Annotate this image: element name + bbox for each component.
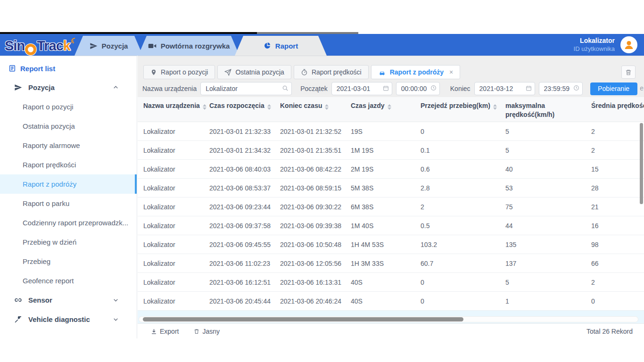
- table-row[interactable]: Lokalizator2021-03-06 11:02:232021-03-06…: [138, 254, 644, 273]
- wrench-icon: [14, 315, 22, 323]
- filter-bar: Nazwa urządzenia Początek: [138, 82, 644, 96]
- app-logo: Sin Trac k: [5, 35, 78, 54]
- chevron-up-icon: [113, 84, 119, 90]
- report-tab-ostatnia-pozycja[interactable]: Ostatnia pozycja: [217, 65, 291, 79]
- page: Sin Trac k Pozycja: [0, 0, 644, 362]
- sidebar-item[interactable]: Przebieg: [0, 252, 137, 271]
- clear-button[interactable]: Jasny: [194, 328, 220, 335]
- start-time-input[interactable]: [396, 82, 440, 95]
- sidebar-item[interactable]: Przebieg w dzień: [0, 232, 137, 252]
- end-date-wrap: [474, 82, 535, 95]
- table-cell: 2021-03-01 21:34:32: [209, 147, 280, 154]
- column-header[interactable]: Przejedź przebieg(km): [421, 97, 505, 122]
- table-cell: Lokalizator: [143, 260, 209, 267]
- column-header[interactable]: Czas rozpoczęcia: [209, 97, 280, 122]
- start-date-input[interactable]: [331, 82, 392, 95]
- logo-text-k: k: [63, 37, 70, 54]
- table-row[interactable]: Lokalizator2021-03-01 21:34:322021-03-01…: [138, 141, 644, 160]
- end-date-input[interactable]: [474, 82, 535, 95]
- table-cell: Lokalizator: [143, 279, 209, 286]
- chevron-down-icon: [113, 297, 119, 303]
- clear-tabs-button[interactable]: [621, 66, 636, 79]
- close-icon[interactable]: ×: [449, 68, 453, 76]
- nav-tab-raport[interactable]: Raport: [235, 36, 327, 56]
- column-label: Czas jazdy: [351, 101, 385, 110]
- start-date-wrap: [331, 82, 392, 95]
- report-tab-raport-predkosci[interactable]: Raport prędkości: [294, 65, 369, 79]
- sort-icon[interactable]: [203, 101, 206, 110]
- device-name-input[interactable]: [200, 82, 292, 95]
- gauge-icon: [301, 69, 308, 76]
- table-cell: 2021-03-06 16:12:51: [209, 279, 280, 286]
- table-row[interactable]: Lokalizator2021-03-06 09:23:442021-03-06…: [138, 197, 644, 216]
- sidebar-item[interactable]: Raport o parku: [0, 194, 137, 213]
- table-cell: 40S: [351, 279, 421, 286]
- table-cell: 66: [591, 260, 644, 267]
- sort-icon[interactable]: [267, 101, 271, 110]
- sidebar-group-sensor[interactable]: Sensor: [0, 290, 137, 310]
- sidebar-item[interactable]: Raport z podróży: [0, 174, 137, 194]
- chevron-down-icon: [113, 316, 119, 322]
- nav-tab-label: Powtórna rozgrywka: [161, 42, 230, 50]
- table-cell: 135: [505, 241, 591, 248]
- report-tab-raport-o-pozycji[interactable]: Raport o pozycji: [143, 65, 215, 79]
- sidebar-item[interactable]: Raport prędkości: [0, 155, 137, 174]
- table-row[interactable]: Lokalizator2021-03-06 20:45:442021-03-06…: [138, 292, 644, 311]
- horizontal-scrollbar-thumb[interactable]: [143, 317, 463, 321]
- table-cell: 40: [505, 165, 591, 173]
- column-header[interactable]: Czas jazdy: [351, 97, 421, 122]
- table-cell: 2021-03-06 20:46:24: [280, 297, 351, 305]
- table-cell: 5: [505, 128, 591, 135]
- sidebar-group-vehicle-diagnostic[interactable]: Vehicle diagnostic: [0, 310, 137, 329]
- sidebar-title-report-list: Report list: [0, 59, 137, 78]
- sidebar-item[interactable]: Geofence report: [0, 271, 137, 290]
- user-id-label: ID użytkownika: [574, 45, 615, 52]
- table-row[interactable]: Lokalizator2021-03-01 21:32:332021-03-01…: [138, 122, 644, 141]
- sort-icon[interactable]: [505, 120, 509, 122]
- column-header[interactable]: Średnia prędkość: [591, 97, 644, 122]
- nav-tab-label: Raport: [275, 42, 298, 50]
- sidebar-group-pozycja[interactable]: Pozycja: [0, 78, 137, 97]
- sidebar-item[interactable]: Raporty alarmowe: [0, 136, 137, 155]
- avatar[interactable]: [620, 36, 637, 53]
- vertical-scrollbar[interactable]: [640, 123, 643, 204]
- table-cell: 137: [505, 260, 591, 267]
- sidebar-item[interactable]: Codzienny raport przeprowadzk...: [0, 213, 137, 232]
- sidebar-item[interactable]: Raport o pozycji: [0, 97, 137, 116]
- table-row[interactable]: Lokalizator2021-03-06 09:45:552021-03-06…: [138, 235, 644, 254]
- end-time-input[interactable]: [539, 82, 583, 95]
- table-row[interactable]: Lokalizator2021-03-06 16:12:512021-03-06…: [138, 273, 644, 292]
- sidebar-item[interactable]: Ostatnia pozycja: [0, 116, 137, 136]
- clipped-edge-text: e: [640, 84, 644, 92]
- sort-icon[interactable]: [325, 101, 329, 110]
- sidebar: Report list Pozycja Raport o pozycjiOsta…: [0, 56, 137, 338]
- table-cell: 5: [505, 279, 591, 286]
- export-button[interactable]: Export: [151, 328, 179, 335]
- nav-tab-pozycja[interactable]: Pozycja: [74, 36, 143, 56]
- sort-icon[interactable]: [493, 101, 497, 110]
- table-header-row: Nazwa urządzeniaCzas rozpoczęciaKoniec c…: [138, 97, 644, 122]
- table-cell: 19S: [351, 128, 421, 135]
- column-header[interactable]: Nazwa urządzenia: [143, 97, 209, 122]
- user-name: Lokalizator: [574, 37, 615, 44]
- sort-icon[interactable]: [388, 101, 391, 110]
- column-header[interactable]: maksymalna prędkość(km/h): [505, 97, 591, 122]
- download-button[interactable]: Pobieranie: [590, 82, 637, 95]
- table-cell: 0: [421, 279, 505, 286]
- table-cell: 2021-03-06 20:45:44: [209, 297, 280, 305]
- table-cell: 2021-03-06 09:30:22: [280, 203, 351, 211]
- horizontal-scrollbar-track[interactable]: [139, 316, 638, 322]
- nav-tab-powtorna-rozgrywka[interactable]: Powtórna rozgrywka: [138, 36, 239, 56]
- column-header[interactable]: Koniec czasu: [280, 97, 351, 122]
- table-cell: 0.5: [421, 222, 505, 230]
- table-cell: 21: [591, 203, 644, 211]
- table-cell: 2021-03-06 09:45:55: [209, 241, 280, 248]
- report-tab-raport-z-podrozy[interactable]: Raport z podróży ×: [371, 65, 461, 79]
- table-cell: 1M 40S: [351, 222, 421, 230]
- table-cell: Lokalizator: [143, 203, 209, 211]
- table-row[interactable]: Lokalizator2021-03-06 08:53:372021-03-06…: [138, 179, 644, 197]
- table-cell: 40S: [351, 297, 421, 305]
- table-row[interactable]: Lokalizator2021-03-06 09:37:582021-03-06…: [138, 216, 644, 235]
- table-row[interactable]: Lokalizator2021-03-06 08:40:032021-03-06…: [138, 160, 644, 179]
- end-time-wrap: [539, 82, 583, 95]
